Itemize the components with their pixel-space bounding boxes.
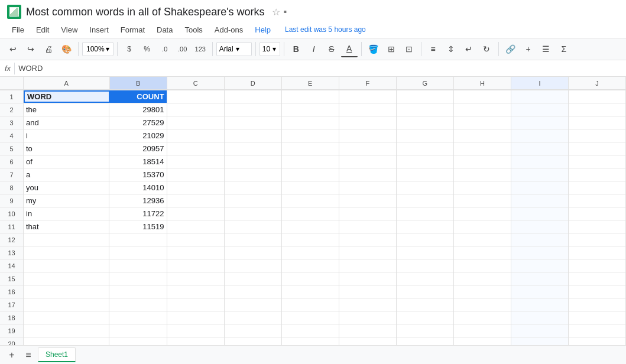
- menu-tools[interactable]: Tools: [180, 24, 207, 35]
- cell-b-7[interactable]: 15370: [109, 168, 167, 181]
- cell-e-17[interactable]: [282, 298, 339, 311]
- cell-e-9[interactable]: [282, 194, 339, 207]
- cell-a-18[interactable]: [24, 311, 109, 324]
- cell-c-12[interactable]: [167, 233, 225, 246]
- cell-h-9[interactable]: [454, 194, 511, 207]
- cell-e-14[interactable]: [282, 259, 339, 272]
- cell-c-1[interactable]: [167, 90, 225, 103]
- col-header-J[interactable]: J: [569, 77, 626, 90]
- cell-d-7[interactable]: [225, 168, 282, 181]
- cell-d-15[interactable]: [225, 272, 282, 285]
- cell-d-16[interactable]: [225, 285, 282, 298]
- cell-i-7[interactable]: [511, 168, 569, 181]
- cell-a-3[interactable]: and: [24, 116, 109, 129]
- cell-d-6[interactable]: [225, 155, 282, 168]
- cell-f-7[interactable]: [339, 168, 397, 181]
- cell-j-12[interactable]: [569, 233, 626, 246]
- cell-f-10[interactable]: [339, 207, 397, 220]
- cell-h-20[interactable]: [454, 337, 511, 345]
- cell-b-20[interactable]: [109, 337, 167, 345]
- cell-g-19[interactable]: [397, 324, 454, 337]
- cell-h-1[interactable]: [454, 90, 511, 103]
- cell-g-8[interactable]: [397, 181, 454, 194]
- cell-c-14[interactable]: [167, 259, 225, 272]
- filter-button[interactable]: ☰: [538, 41, 554, 57]
- cell-c-16[interactable]: [167, 285, 225, 298]
- cell-b-15[interactable]: [109, 272, 167, 285]
- cell-f-18[interactable]: [339, 311, 397, 324]
- cell-f-8[interactable]: [339, 181, 397, 194]
- cell-f-9[interactable]: [339, 194, 397, 207]
- more-formats-button[interactable]: 123: [192, 41, 209, 57]
- cell-h-6[interactable]: [454, 155, 511, 168]
- cell-h-3[interactable]: [454, 116, 511, 129]
- menu-addons[interactable]: Add-ons: [210, 24, 248, 35]
- cell-g-10[interactable]: [397, 207, 454, 220]
- cell-a-20[interactable]: [24, 337, 109, 345]
- cell-a-10[interactable]: in: [24, 207, 109, 220]
- cell-j-1[interactable]: [569, 90, 626, 103]
- cell-d-18[interactable]: [225, 311, 282, 324]
- cell-c-5[interactable]: [167, 142, 225, 155]
- last-edit-label[interactable]: Last edit was 5 hours ago: [285, 25, 366, 34]
- cell-a-1[interactable]: WORD: [24, 90, 110, 103]
- cell-j-10[interactable]: [569, 207, 626, 220]
- cell-b-12[interactable]: [109, 233, 167, 246]
- menu-format[interactable]: Format: [116, 24, 150, 35]
- col-header-G[interactable]: G: [397, 77, 454, 90]
- cell-h-7[interactable]: [454, 168, 511, 181]
- cell-g-14[interactable]: [397, 259, 454, 272]
- col-header-I[interactable]: I: [511, 77, 569, 90]
- formula-content[interactable]: WORD: [18, 64, 621, 73]
- col-header-A[interactable]: A: [24, 77, 110, 90]
- cell-f-16[interactable]: [339, 285, 397, 298]
- cell-c-13[interactable]: [167, 246, 225, 259]
- print-button[interactable]: 🖨: [40, 41, 57, 57]
- cell-g-3[interactable]: [397, 116, 454, 129]
- cell-a-12[interactable]: [24, 233, 109, 246]
- cell-f-17[interactable]: [339, 298, 397, 311]
- cell-j-19[interactable]: [569, 324, 626, 337]
- cell-a-4[interactable]: i: [24, 129, 109, 142]
- cell-i-12[interactable]: [511, 233, 569, 246]
- cell-i-1[interactable]: [511, 90, 569, 103]
- cell-a-17[interactable]: [24, 298, 109, 311]
- cell-a-6[interactable]: of: [24, 155, 109, 168]
- sheet-tab-1[interactable]: Sheet1: [38, 347, 76, 362]
- merge-button[interactable]: ⊡: [401, 41, 417, 57]
- cell-d-11[interactable]: [225, 220, 282, 233]
- cell-i-5[interactable]: [511, 142, 569, 155]
- cell-c-11[interactable]: [167, 220, 225, 233]
- cell-g-5[interactable]: [397, 142, 454, 155]
- cell-c-19[interactable]: [167, 324, 225, 337]
- cell-e-3[interactable]: [282, 116, 339, 129]
- cell-e-8[interactable]: [282, 181, 339, 194]
- add-sheet-button[interactable]: +: [5, 348, 19, 362]
- rotate-button[interactable]: ↻: [478, 41, 495, 57]
- cell-a-9[interactable]: my: [24, 194, 109, 207]
- cell-d-8[interactable]: [225, 181, 282, 194]
- cell-f-3[interactable]: [339, 116, 397, 129]
- cell-e-5[interactable]: [282, 142, 339, 155]
- cell-g-17[interactable]: [397, 298, 454, 311]
- cell-d-10[interactable]: [225, 207, 282, 220]
- cell-i-11[interactable]: [511, 220, 569, 233]
- link-button[interactable]: 🔗: [502, 41, 519, 57]
- menu-insert[interactable]: Insert: [85, 24, 113, 35]
- cell-d-13[interactable]: [225, 246, 282, 259]
- cell-d-2[interactable]: [225, 103, 282, 116]
- cell-h-2[interactable]: [454, 103, 511, 116]
- cell-b-9[interactable]: 12936: [109, 194, 167, 207]
- decrease-decimal-button[interactable]: .0: [157, 41, 173, 57]
- cell-j-15[interactable]: [569, 272, 626, 285]
- cell-d-12[interactable]: [225, 233, 282, 246]
- cell-i-8[interactable]: [511, 181, 569, 194]
- cell-f-14[interactable]: [339, 259, 397, 272]
- cell-f-15[interactable]: [339, 272, 397, 285]
- cell-h-18[interactable]: [454, 311, 511, 324]
- redo-button[interactable]: ↪: [22, 41, 39, 57]
- cell-d-14[interactable]: [225, 259, 282, 272]
- cell-g-20[interactable]: [397, 337, 454, 345]
- cell-b-18[interactable]: [109, 311, 167, 324]
- cell-b-11[interactable]: 11519: [109, 220, 167, 233]
